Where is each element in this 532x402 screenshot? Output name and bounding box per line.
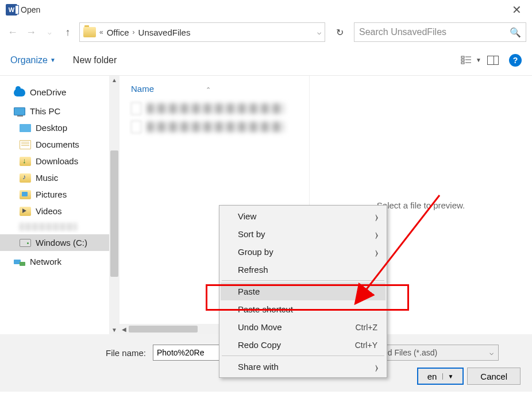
- file-icon: [131, 121, 141, 133]
- downloads-icon: [20, 157, 31, 166]
- tree-label: Desktop: [36, 123, 67, 133]
- close-icon[interactable]: ✕: [507, 3, 526, 17]
- recent-dropdown-icon[interactable]: ⌵: [43, 25, 56, 39]
- refresh-icon[interactable]: ↻: [330, 22, 349, 42]
- filename-label: File name:: [11, 348, 149, 358]
- chevron-down-icon: ▼: [50, 57, 56, 63]
- menu-share-with[interactable]: Share with: [221, 358, 385, 376]
- tree-label: Downloads: [36, 156, 78, 166]
- tree-label: Pictures: [36, 190, 67, 199]
- context-menu: View Sort by Group by Refresh Paste Past…: [219, 205, 387, 378]
- shortcut-label: Ctrl+Y: [355, 341, 377, 350]
- svg-rect-0: [461, 56, 464, 58]
- help-icon[interactable]: ?: [509, 54, 522, 67]
- menu-undo-move[interactable]: Undo MoveCtrl+Z: [221, 318, 385, 336]
- tree-label: Videos: [36, 206, 62, 216]
- cancel-button[interactable]: Cancel: [467, 368, 521, 385]
- sort-arrow-icon: ⌃: [206, 86, 211, 93]
- chevron-right-icon: ›: [133, 28, 135, 36]
- tree-label: Network: [30, 257, 61, 266]
- tree-label: Windows (C:): [36, 238, 87, 248]
- pictures-icon: [20, 190, 31, 199]
- tree-scrollbar[interactable]: ▲▼: [109, 76, 119, 334]
- forward-icon[interactable]: →: [24, 25, 38, 39]
- chevron-down-icon[interactable]: ⌵: [317, 28, 321, 36]
- organize-button[interactable]: Organize▼: [10, 55, 56, 65]
- view-options-icon[interactable]: [461, 56, 472, 65]
- nav-bar: ← → ⌵ ↑ « Office › UnsavedFiles ⌵ ↻ Sear…: [0, 20, 532, 48]
- breadcrumb-1[interactable]: Office: [107, 28, 129, 37]
- menu-sort-by[interactable]: Sort by: [221, 225, 385, 243]
- column-header[interactable]: Name⌃: [131, 84, 309, 99]
- nav-tree: OneDrive This PC Desktop Documents Downl…: [0, 76, 119, 334]
- folder-icon: [83, 27, 96, 37]
- column-name-label: Name: [131, 84, 154, 94]
- tree-this-pc[interactable]: This PC: [0, 103, 119, 119]
- toolbar: Organize▼ New folder ▼ ?: [0, 48, 532, 76]
- scroll-down-icon[interactable]: ▼: [109, 327, 119, 333]
- chevron-icon: «: [99, 28, 103, 36]
- filetype-label: ed Files (*.asd): [383, 348, 437, 357]
- tree-label: This PC: [30, 106, 60, 116]
- preview-pane-icon[interactable]: [487, 56, 499, 65]
- tree-network[interactable]: Network: [0, 253, 119, 270]
- tree-pictures[interactable]: Pictures: [0, 186, 119, 203]
- chevron-down-icon[interactable]: ▼: [476, 57, 481, 63]
- search-placeholder: Search UnsavedFiles: [359, 27, 446, 37]
- tree-label: OneDrive: [30, 87, 66, 97]
- tree-label: Documents: [36, 140, 79, 149]
- file-row[interactable]: [131, 118, 309, 136]
- network-icon: [14, 258, 25, 266]
- tree-music[interactable]: Music: [0, 169, 119, 186]
- tree-desktop[interactable]: Desktop: [0, 119, 119, 136]
- music-icon: [20, 173, 31, 183]
- menu-separator: [222, 280, 384, 281]
- tree-videos[interactable]: Videos: [0, 203, 119, 219]
- title-bar: W Open ✕: [0, 0, 532, 20]
- scroll-left-icon[interactable]: ◀: [119, 326, 129, 333]
- file-row[interactable]: [131, 99, 309, 118]
- videos-icon: [20, 207, 31, 216]
- menu-group-by[interactable]: Group by: [221, 243, 385, 261]
- svg-rect-2: [461, 62, 464, 64]
- scroll-thumb[interactable]: [129, 326, 198, 333]
- back-icon[interactable]: ←: [6, 25, 20, 39]
- preview-message: Select a file to preview.: [377, 200, 465, 210]
- file-icon: [131, 102, 141, 115]
- documents-icon: [20, 140, 31, 149]
- onedrive-icon: [14, 88, 25, 96]
- menu-separator: [222, 355, 384, 356]
- shortcut-label: Ctrl+Z: [356, 323, 378, 332]
- search-icon: 🔍: [510, 27, 521, 38]
- menu-paste[interactable]: Paste: [221, 283, 385, 300]
- scroll-thumb[interactable]: [110, 150, 118, 277]
- desktop-icon: [20, 124, 31, 132]
- menu-refresh[interactable]: Refresh: [221, 261, 385, 279]
- tree-documents[interactable]: Documents: [0, 136, 119, 153]
- up-icon[interactable]: ↑: [61, 25, 75, 39]
- address-bar[interactable]: « Office › UnsavedFiles ⌵: [79, 22, 325, 42]
- word-icon: W: [6, 4, 17, 16]
- tree-label: Music: [36, 173, 58, 183]
- menu-redo-copy[interactable]: Redo CopyCtrl+Y: [221, 336, 385, 354]
- tree-onedrive[interactable]: OneDrive: [0, 84, 119, 100]
- svg-rect-1: [461, 59, 464, 61]
- tree-c-drive[interactable]: Windows (C:): [0, 234, 119, 251]
- filetype-combo[interactable]: ed Files (*.asd): [378, 345, 499, 361]
- menu-view[interactable]: View: [221, 207, 385, 225]
- drive-icon: [20, 239, 31, 247]
- pc-icon: [14, 107, 25, 115]
- window-title: Open: [21, 5, 40, 14]
- tree-item-hidden[interactable]: [0, 219, 119, 234]
- scroll-up-icon[interactable]: ▲: [109, 77, 119, 83]
- open-button[interactable]: en: [417, 368, 464, 385]
- tree-downloads[interactable]: Downloads: [0, 153, 119, 169]
- new-folder-button[interactable]: New folder: [73, 55, 117, 65]
- menu-paste-shortcut[interactable]: Paste shortcut: [221, 300, 385, 318]
- search-input[interactable]: Search UnsavedFiles 🔍: [354, 22, 526, 42]
- breadcrumb-2[interactable]: UnsavedFiles: [138, 28, 191, 37]
